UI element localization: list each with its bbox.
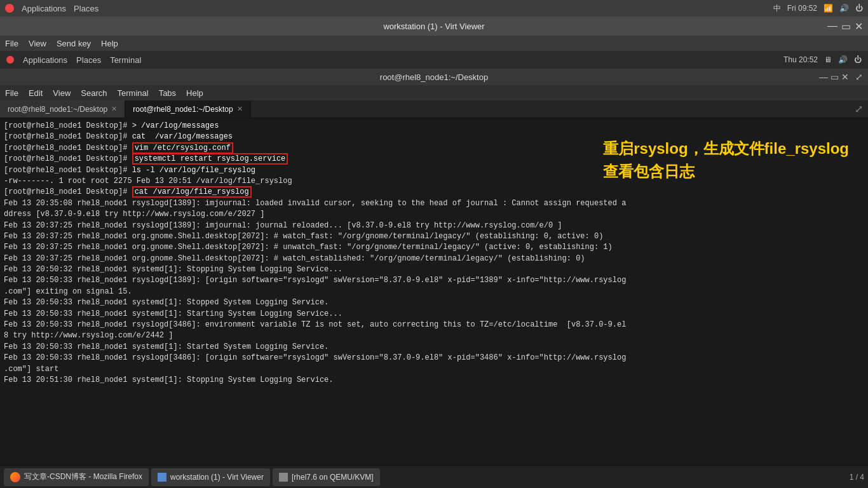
terminal-line-2: [root@rhel8_node1 Desktop]# cat /var/log… — [4, 132, 864, 142]
term-menu-view[interactable]: View — [53, 88, 71, 98]
terminal-line-20: 8 try http://www.rsyslog.com/e/2442 ] — [4, 330, 864, 341]
terminal-line-5: [root@rhel8_node1 Desktop]# ls -l /var/l… — [4, 165, 864, 176]
virt-menu-sendkey[interactable]: Send key — [57, 39, 91, 48]
gnome-app-dot — [6, 56, 14, 64]
terminal-line-3: [root@rhel8_node1 Desktop]# vim /etc/rsy… — [4, 143, 864, 154]
terminal-line-23: .com"] start — [4, 364, 864, 375]
host-task-qemu[interactable]: [rhel7.6 on QEMU/KVM] — [273, 468, 380, 486]
tab-scroll-right[interactable]: ⤢ — [850, 100, 868, 118]
host-task-qemu-label: [rhel7.6 on QEMU/KVM] — [292, 473, 374, 482]
term-maximize-button[interactable]: ▭ — [831, 72, 839, 82]
gnome-applications[interactable]: Applications — [23, 55, 67, 65]
close-button[interactable]: ✕ — [855, 20, 863, 32]
qemu-icon — [279, 473, 288, 482]
gnome-places[interactable]: Places — [76, 55, 101, 65]
terminal-line-14: Feb 13 20:50:32 rhel8_node1 systemd[1]: … — [4, 264, 864, 275]
host-task-firefox[interactable]: 写文章-CSDN博客 - Mozilla Firefox — [4, 468, 149, 486]
host-task-firefox-label: 写文章-CSDN博客 - Mozilla Firefox — [24, 471, 142, 482]
terminal-titlebar: root@rhel8_node1:~/Desktop — ▭ ✕ ⤢ — [0, 69, 868, 85]
terminal-line-10: Feb 13 20:37:25 rhel8_node1 rsyslogd[138… — [4, 220, 864, 231]
terminal-line-19: Feb 13 20:50:33 rhel8_node1 rsyslogd[348… — [4, 320, 864, 330]
host-topbar: Applications Places 中 Fri 09:52 📶 🔊 ⏻ — [0, 0, 868, 17]
vm-screen: Applications Places Terminal Thu 20:52 🖥… — [0, 51, 868, 488]
term-menu-file[interactable]: File — [5, 88, 18, 98]
gnome-terminal[interactable]: Terminal — [110, 55, 141, 65]
tab1-close[interactable]: ✕ — [111, 105, 117, 113]
virt-menu-view[interactable]: View — [29, 39, 46, 48]
host-time: Fri 09:52 — [787, 4, 817, 13]
terminal-line-22: Feb 13 20:50:33 rhel8_node1 rsyslogd[348… — [4, 353, 864, 363]
term-close-button[interactable]: ✕ — [841, 72, 849, 82]
terminal-line-11: Feb 13 20:37:25 rhel8_node1 org.gnome.Sh… — [4, 231, 864, 242]
term-minimize-button[interactable]: — — [819, 72, 828, 82]
host-network-icon: 📶 — [824, 4, 833, 13]
terminal-content[interactable]: 重启rsyslog，生成文件file_rsyslog 查看包含日志 [root@… — [0, 118, 868, 469]
host-taskbar: 写文章-CSDN博客 - Mozilla Firefox workstation… — [0, 465, 868, 488]
terminal-line-18: Feb 13 20:50:33 rhel8_node1 systemd[1]: … — [4, 309, 864, 320]
terminal-line-13: Feb 13 20:37:25 rhel8_node1 org.gnome.Sh… — [4, 254, 864, 264]
tab1-label: root@rhel8_node1:~/Desktop — [8, 105, 107, 114]
host-lang: 中 — [773, 3, 781, 14]
terminal-line-1: [root@rhel8_node1 Desktop]# > /var/log/m… — [4, 121, 864, 132]
terminal-line-17: Feb 13 20:50:33 rhel8_node1 systemd[1]: … — [4, 297, 864, 308]
virt-window-controls[interactable]: — ▭ ✕ — [827, 20, 863, 32]
host-power-icon: ⏻ — [855, 4, 863, 13]
terminal-line-9: ddress [v8.37.0-9.el8 try http://www.rsy… — [4, 209, 864, 220]
terminal-menubar: File Edit View Search Terminal Tabs Help — [0, 85, 868, 100]
term-menu-terminal[interactable]: Terminal — [118, 88, 149, 98]
gnome-power-icon: ⏻ — [854, 55, 862, 64]
term-menu-help[interactable]: Help — [186, 88, 203, 98]
terminal-line-8: Feb 13 20:35:08 rhel8_node1 rsyslogd[138… — [4, 198, 864, 209]
term-menu-edit[interactable]: Edit — [29, 88, 43, 98]
gnome-time: Thu 20:52 — [783, 55, 818, 64]
terminal-tabs: root@rhel8_node1:~/Desktop ✕ root@rhel8_… — [0, 100, 868, 118]
terminal-line-6: -rw-------. 1 root root 2275 Feb 13 20:5… — [4, 176, 864, 187]
gnome-topbar: Applications Places Terminal Thu 20:52 🖥… — [0, 51, 868, 69]
virt-menubar: File View Send key Help — [0, 36, 868, 51]
virt-window-title: workstation (1) - Virt Viewer — [383, 22, 484, 31]
virt-icon — [158, 473, 166, 482]
host-applications[interactable]: Applications — [22, 4, 66, 13]
host-volume-icon: 🔊 — [839, 4, 849, 13]
firefox-icon — [10, 472, 20, 482]
virt-viewer-titlebar: workstation (1) - Virt Viewer — ▭ ✕ — [0, 17, 868, 36]
host-task-virt[interactable]: workstation (1) - Virt Viewer — [151, 468, 270, 486]
terminal-line-15: Feb 13 20:50:33 rhel8_node1 rsyslogd[138… — [4, 275, 864, 286]
term-resize-icon: ⤢ — [855, 72, 863, 82]
minimize-button[interactable]: — — [827, 20, 837, 32]
terminal-line-12: Feb 13 20:37:25 rhel8_node1 org.gnome.Sh… — [4, 242, 864, 253]
maximize-button[interactable]: ▭ — [841, 20, 851, 32]
gnome-network-icon: 🖥 — [824, 55, 832, 64]
tab2-close[interactable]: ✕ — [237, 105, 243, 113]
host-places[interactable]: Places — [74, 4, 98, 13]
terminal-line-21: Feb 13 20:50:33 rhel8_node1 systemd[1]: … — [4, 342, 864, 353]
tab2-label: root@rhel8_node1:~/Desktop — [133, 105, 233, 114]
host-task-virt-label: workstation (1) - Virt Viewer — [170, 473, 264, 482]
host-app-icon — [5, 4, 14, 13]
terminal-line-7: [root@rhel8_node1 Desktop]# cat /var/log… — [4, 187, 864, 198]
terminal-line-24: Feb 13 20:51:30 rhel8_node1 systemd[1]: … — [4, 375, 864, 386]
virt-menu-file[interactable]: File — [5, 39, 18, 48]
terminal-line-4: [root@rhel8_node1 Desktop]# systemctl re… — [4, 154, 864, 165]
term-menu-search[interactable]: Search — [81, 88, 107, 98]
host-taskbar-count: 1 / 4 — [850, 473, 864, 482]
term-menu-tabs[interactable]: Tabs — [159, 88, 176, 98]
virt-menu-help[interactable]: Help — [101, 39, 118, 48]
terminal-tab-2[interactable]: root@rhel8_node1:~/Desktop ✕ — [125, 100, 250, 118]
terminal-window-controls[interactable]: — ▭ ✕ ⤢ — [819, 72, 863, 82]
gnome-volume-icon: 🔊 — [838, 55, 848, 64]
terminal-tab-1[interactable]: root@rhel8_node1:~/Desktop ✕ — [0, 100, 125, 118]
terminal-title: root@rhel8_node1:~/Desktop — [380, 72, 488, 82]
terminal-line-16: .com"] exiting on signal 15. — [4, 287, 864, 297]
